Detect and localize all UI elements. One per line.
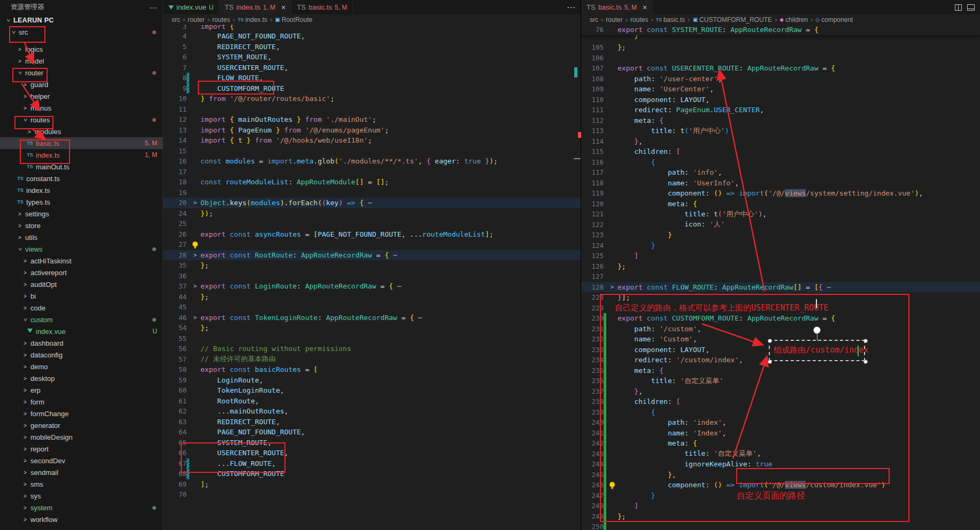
- code-line-113[interactable]: 113 title: t('用户中心'): [581, 126, 980, 136]
- code-line-248[interactable]: 248 ]: [581, 501, 980, 511]
- code-line-66[interactable]: 66 USERCENTER_ROUTE,: [163, 448, 581, 458]
- code-line-28[interactable]: 28>export const RootRoute: AppRouteRecor…: [163, 250, 581, 261]
- breadcrumb-item[interactable]: src: [172, 16, 180, 24]
- breadcrumb-item[interactable]: CUSTOMFORM_ROUTE: [699, 16, 772, 24]
- sidebar-item-report[interactable]: >report: [0, 443, 163, 455]
- code-line-109[interactable]: 109 name: 'UserCenter',: [581, 84, 980, 95]
- code-line-230[interactable]: 230export const CUSTOMFORM_ROUTE: AppRou…: [581, 313, 980, 324]
- sidebar-item-modules[interactable]: >modules: [0, 126, 163, 137]
- sidebar-item-menus[interactable]: >menus: [0, 102, 163, 114]
- code-line-7[interactable]: 7 USERCENTER_ROUTE,: [163, 63, 581, 73]
- code-line-20[interactable]: 20>Object.keys(modules).forEach((key) =>…: [163, 198, 581, 208]
- code-line-5[interactable]: 5 REDIRECT_ROUTE,: [163, 42, 581, 52]
- sidebar-item-form[interactable]: >form: [0, 396, 163, 408]
- code-line-118[interactable]: 118 name: 'UserInfo',: [581, 178, 980, 189]
- code-line-68[interactable]: 68 CUSTOMFORM_ROUTE: [163, 469, 581, 479]
- code-line-122[interactable]: 122 icon: '人': [581, 220, 980, 230]
- code-line-126[interactable]: 126};: [581, 261, 980, 272]
- fold-icon[interactable]: >: [608, 284, 616, 290]
- code-line-233[interactable]: 233 component: LAYOUT,: [581, 345, 980, 355]
- code-line-37[interactable]: 37>export const LoginRoute: AppRouteReco…: [163, 281, 581, 292]
- code-line-63[interactable]: 63 REDIRECT_ROUTE,: [163, 417, 581, 427]
- fold-icon[interactable]: >: [191, 283, 199, 289]
- code-line-117[interactable]: 117 path: 'info',: [581, 167, 980, 178]
- code-editor-basic-ts[interactable]: 76export const SYSTEM_ROUTE: AppRouteRec…: [581, 25, 980, 530]
- code-line-231[interactable]: 231 path: '/custom',: [581, 324, 980, 334]
- code-line-54[interactable]: 54};: [163, 323, 581, 333]
- code-line-56[interactable]: 56// Basic routing without permissions: [163, 344, 581, 354]
- sidebar-item-erp[interactable]: >erp: [0, 384, 163, 396]
- code-line-239[interactable]: 239 {: [581, 407, 980, 418]
- breadcrumb-item[interactable]: src: [590, 16, 598, 24]
- breadcrumb-item[interactable]: routes: [630, 16, 648, 24]
- code-line-[interactable]: }: [581, 35, 638, 41]
- code-line-67[interactable]: 67 ...FLOW_ROUTE,: [163, 458, 581, 469]
- code-line-114[interactable]: 114 },: [581, 136, 980, 147]
- breadcrumb-item[interactable]: router: [188, 16, 204, 24]
- code-line-69[interactable]: 69];: [163, 479, 581, 490]
- code-line-245[interactable]: 245 },: [581, 470, 980, 480]
- code-line-6[interactable]: 6 SYSTEM_ROUTE,: [163, 52, 581, 63]
- code-line-243[interactable]: 243 title: '自定义菜单',: [581, 449, 980, 459]
- sidebar-item-guard[interactable]: >guard: [0, 79, 163, 90]
- code-line-246[interactable]: 246 component: () => import('/@/views/cu…: [581, 480, 980, 490]
- sidebar-item-custom[interactable]: >custom: [0, 314, 163, 325]
- code-line-115[interactable]: 115 children: [: [581, 146, 980, 157]
- code-line-234[interactable]: 234 redirect: '/custom/index',: [581, 355, 980, 365]
- code-line-107[interactable]: 107export const USERCENTER_ROUTE: AppRou…: [581, 63, 980, 74]
- code-line-232[interactable]: 232 name: 'Custom',: [581, 334, 980, 345]
- code-line-58[interactable]: 58export const basicRoutes = [: [163, 364, 581, 375]
- code-line-11[interactable]: 11: [163, 104, 581, 115]
- code-line-123[interactable]: 123 }: [581, 230, 980, 240]
- code-line-8[interactable]: 8 FLOW_ROUTE,: [163, 73, 581, 83]
- code-line-15[interactable]: 15: [163, 146, 581, 157]
- close-icon[interactable]: ×: [281, 3, 285, 12]
- code-line-13[interactable]: 13import { PageEnum } from '/@/enums/pag…: [163, 125, 581, 136]
- fold-icon[interactable]: >: [191, 252, 199, 258]
- code-line-116[interactable]: 116 {: [581, 157, 980, 168]
- lightbulb-icon[interactable]: [609, 482, 615, 487]
- code-line-70[interactable]: 70: [163, 489, 581, 500]
- code-line-35[interactable]: 35};: [163, 260, 581, 271]
- code-line-236[interactable]: 236 title: '自定义菜单': [581, 376, 980, 386]
- tab-basic-ts[interactable]: TSbasic.ts5, M×: [581, 0, 653, 14]
- code-line-249[interactable]: 249};: [581, 511, 980, 522]
- sidebar-item-index-ts[interactable]: TSindex.ts: [0, 184, 163, 196]
- fold-icon[interactable]: >: [191, 315, 199, 321]
- sidebar-item-sms[interactable]: >sms: [0, 478, 163, 490]
- sidebar-item-sendmail[interactable]: >sendmail: [0, 466, 163, 478]
- code-line-26[interactable]: 26export const asyncRoutes = [PAGE_NOT_F…: [163, 229, 581, 240]
- code-line-10[interactable]: 10} from '/@/router/routes/basic';: [163, 93, 581, 104]
- code-line-45[interactable]: 45: [163, 302, 581, 313]
- code-line-240[interactable]: 240 path: 'index',: [581, 417, 980, 428]
- sidebar-item-seconddev[interactable]: >secondDev: [0, 455, 163, 466]
- code-line-125[interactable]: 125 ]: [581, 251, 980, 261]
- code-editor-index-ts[interactable]: 3import {4 PAGE_NOT_FOUND_ROUTE,5 REDIRE…: [163, 25, 581, 500]
- sidebar-item-types-ts[interactable]: TStypes.ts: [0, 196, 163, 208]
- sidebar-item-settings[interactable]: >settings: [0, 208, 163, 220]
- close-icon[interactable]: ×: [643, 3, 647, 12]
- code-line-247[interactable]: 247 }: [581, 490, 980, 501]
- code-line-238[interactable]: 238 children: [: [581, 396, 980, 407]
- code-line-4[interactable]: 4 PAGE_NOT_FOUND_ROUTE,: [163, 31, 581, 42]
- code-line-55[interactable]: 55: [163, 333, 581, 344]
- editor-more-icon[interactable]: ⋯: [567, 2, 575, 12]
- sidebar-item-dataconfig[interactable]: >dataconfig: [0, 349, 163, 361]
- breadcrumb-item[interactable]: children: [785, 16, 808, 24]
- code-line-60[interactable]: 60 TokenLoginRoute,: [163, 385, 581, 396]
- sidebar-item-demo[interactable]: >demo: [0, 361, 163, 372]
- code-line-24[interactable]: 24});: [163, 208, 581, 219]
- sidebar-item-store[interactable]: >store: [0, 220, 163, 231]
- sidebar-item-auditopt[interactable]: >auditOpt: [0, 278, 163, 290]
- code-line-105[interactable]: 105};: [581, 42, 980, 53]
- sidebar-item-generator[interactable]: >generator: [0, 419, 163, 431]
- tab-basic-ts[interactable]: TSbasic.ts5, M: [291, 0, 353, 14]
- code-line-244[interactable]: 244 ignoreKeepAlive: true: [581, 459, 980, 470]
- sidebar-item-basic-ts[interactable]: TSbasic.ts5, M: [0, 137, 163, 149]
- sidebar-item-constant-ts[interactable]: TSconstant.ts: [0, 173, 163, 184]
- code-line-228[interactable]: 228}];: [581, 292, 980, 303]
- code-line-19[interactable]: 19: [163, 188, 581, 198]
- code-line-111[interactable]: 111 redirect: PageEnum.USER_CENTER,: [581, 105, 980, 115]
- code-line-27[interactable]: 27: [163, 239, 581, 250]
- code-line-62[interactable]: 62 ...mainOutRoutes,: [163, 406, 581, 417]
